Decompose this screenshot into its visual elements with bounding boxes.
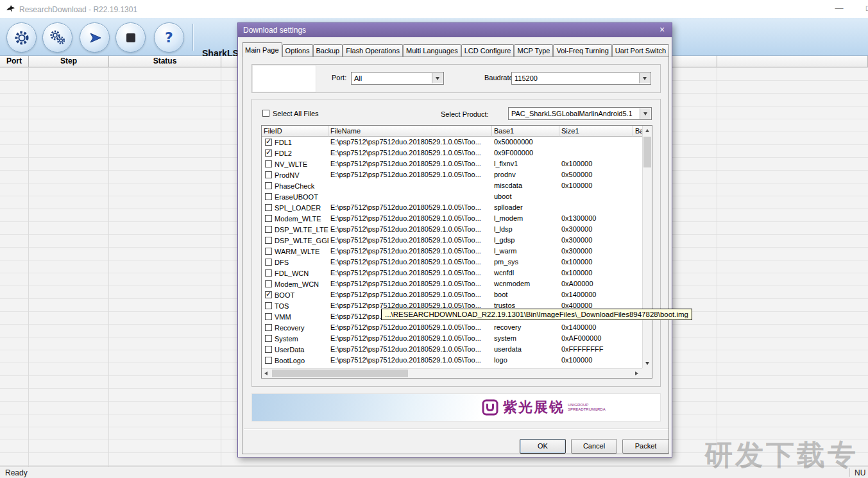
column-header-port[interactable]: Port xyxy=(0,56,29,67)
chevron-down-icon[interactable] xyxy=(640,108,651,119)
tab-flash-operations[interactable]: Flash Operations xyxy=(343,44,403,56)
horizontal-scrollbar[interactable] xyxy=(262,368,642,378)
file-column-header-filename[interactable]: FileName xyxy=(328,126,492,137)
file-row-modem_wlte[interactable]: Modem_WLTEE:\psp7512\psp7512duo.20180529… xyxy=(262,213,642,224)
file-column-header-base1[interactable]: Base1 xyxy=(492,126,559,137)
file-row-modem_wcn[interactable]: Modem_WCNE:\psp7512\psp7512duo.20180529.… xyxy=(262,278,642,289)
file-checkbox[interactable] xyxy=(265,357,272,364)
size1-cell xyxy=(559,137,633,148)
horizontal-scroll-thumb[interactable] xyxy=(272,370,408,377)
column-header-empty2[interactable] xyxy=(717,56,868,67)
scroll-down-icon[interactable] xyxy=(643,358,652,368)
file-checkbox[interactable] xyxy=(265,193,272,200)
tab-uart-port-switch[interactable]: Uart Port Switch xyxy=(612,44,669,56)
tab-options[interactable]: Options xyxy=(282,44,313,56)
tab-mcp-type[interactable]: MCP Type xyxy=(514,44,553,56)
select-all-checkbox[interactable] xyxy=(262,110,269,117)
chevron-down-icon[interactable] xyxy=(639,73,650,83)
file-row-fdl2[interactable]: FDL2E:\psp7512\psp7512duo.20180529.1.0.0… xyxy=(262,148,642,158)
file-name-cell: E:\psp7512\psp7512duo.20180529.1.0.05\To… xyxy=(328,322,492,333)
chevron-down-icon[interactable] xyxy=(432,73,443,83)
file-row-spl_loader[interactable]: SPL_LOADERE:\psp7512\psp7512duo.20180529… xyxy=(262,202,642,213)
file-checkbox[interactable] xyxy=(265,335,272,342)
file-id-cell: DSP_WLTE_LTE xyxy=(262,224,328,235)
file-name-cell: E:\psp7512\psp7512duo.20180529.1.0.05\To… xyxy=(328,169,492,180)
file-checkbox[interactable] xyxy=(265,291,272,298)
file-checkbox[interactable] xyxy=(265,237,272,244)
file-id-label: BootLogo xyxy=(275,357,305,364)
file-checkbox[interactable] xyxy=(265,346,272,353)
file-row-dsp_wlte_gge[interactable]: DSP_WLTE_GGEE:\psp7512\psp7512duo.201805… xyxy=(262,235,642,246)
file-name-cell: E:\psp7512\psp7512duo.20180529.1.0.05\To… xyxy=(328,333,492,344)
file-row-bootlogo[interactable]: BootLogoE:\psp7512\psp7512duo.20180529.1… xyxy=(262,355,642,366)
help-button[interactable]: ? xyxy=(154,22,184,53)
cancel-button[interactable]: Cancel xyxy=(571,439,617,454)
file-checkbox[interactable] xyxy=(265,259,272,266)
file-checkbox[interactable] xyxy=(265,302,272,309)
file-checkbox[interactable] xyxy=(265,280,272,287)
file-row-recovery[interactable]: RecoveryE:\psp7512\psp7512duo.20180529.1… xyxy=(262,322,642,333)
ok-button[interactable]: OK xyxy=(520,439,566,454)
minimize-button[interactable]: — xyxy=(825,0,853,18)
file-row-dsp_wlte_lte[interactable]: DSP_WLTE_LTEE:\psp7512\psp7512duo.201805… xyxy=(262,224,642,235)
file-checkbox[interactable] xyxy=(265,171,272,178)
column-header-status[interactable]: Status xyxy=(109,56,221,67)
scroll-left-icon[interactable] xyxy=(262,369,272,378)
file-checkbox[interactable] xyxy=(265,215,272,222)
packet-button[interactable]: Packet xyxy=(622,439,669,454)
vertical-scroll-thumb[interactable] xyxy=(643,137,651,167)
file-row-nv_wlte[interactable]: NV_WLTEE:\psp7512\psp7512duo.20180529.1.… xyxy=(262,158,642,169)
file-checkbox[interactable] xyxy=(265,139,272,146)
settings-button[interactable] xyxy=(6,22,37,53)
main-titlebar: ResearchDownload - R22.19.1301 — □ xyxy=(0,0,868,18)
base1-cell: boot xyxy=(492,289,559,300)
file-id-cell: FDL2 xyxy=(262,148,328,158)
file-column-header-size1[interactable]: Size1 xyxy=(559,126,633,137)
file-checkbox[interactable] xyxy=(265,324,272,331)
file-checkbox[interactable] xyxy=(265,248,272,255)
file-row-phasecheck[interactable]: PhaseCheckmiscdata0x100000 xyxy=(262,180,642,191)
file-checkbox[interactable] xyxy=(265,269,272,277)
file-row-fdl_wcn[interactable]: FDL_WCNE:\psp7512\psp7512duo.20180529.1.… xyxy=(262,268,642,278)
scroll-right-icon[interactable] xyxy=(632,369,642,378)
maximize-button[interactable]: □ xyxy=(855,0,868,18)
tab-vol-freq-turning[interactable]: Vol-Freq Turning xyxy=(553,44,611,56)
file-row-userdata[interactable]: UserDataE:\psp7512\psp7512duo.20180529.1… xyxy=(262,344,642,355)
file-id-label: NV_WLTE xyxy=(275,160,307,168)
file-row-eraseuboot[interactable]: EraseUBOOTuboot xyxy=(262,191,642,202)
file-checkbox[interactable] xyxy=(265,313,272,320)
file-checkbox[interactable] xyxy=(265,226,272,233)
file-checkbox[interactable] xyxy=(265,160,272,167)
baudrate-select[interactable]: 115200 xyxy=(511,72,651,85)
play-icon xyxy=(88,31,102,45)
stop-download-button[interactable] xyxy=(115,22,146,53)
file-checkbox[interactable] xyxy=(265,182,272,189)
tab-backup[interactable]: Backup xyxy=(313,44,343,56)
file-row-boot[interactable]: BOOTE:\psp7512\psp7512duo.20180529.1.0.0… xyxy=(262,289,642,300)
file-name-cell xyxy=(328,191,492,202)
vertical-scrollbar[interactable] xyxy=(642,126,652,368)
tab-lcd-configure[interactable]: LCD Configure xyxy=(461,44,515,56)
column-header-step[interactable]: Step xyxy=(29,56,109,67)
multi-settings-button[interactable] xyxy=(42,22,72,53)
close-icon[interactable]: × xyxy=(655,23,669,37)
app-icon[interactable] xyxy=(5,4,15,14)
tab-main-page[interactable]: Main Page xyxy=(242,42,282,57)
grid-column-line xyxy=(717,67,717,466)
start-download-button[interactable] xyxy=(80,22,110,53)
file-row-system[interactable]: SystemE:\psp7512\psp7512duo.20180529.1.0… xyxy=(262,333,642,344)
file-row-warm_wlte[interactable]: WARM_WLTEE:\psp7512\psp7512duo.20180529.… xyxy=(262,246,642,257)
file-checkbox[interactable] xyxy=(265,149,272,157)
dialog-titlebar[interactable]: Download settings × xyxy=(238,23,672,37)
port-select[interactable]: All xyxy=(351,72,444,85)
file-row-prodnv[interactable]: ProdNVE:\psp7512\psp7512duo.20180529.1.0… xyxy=(262,169,642,180)
file-row-fdl1[interactable]: FDL1E:\psp7512\psp7512duo.20180529.1.0.0… xyxy=(262,137,642,148)
scroll-up-icon[interactable] xyxy=(643,126,652,136)
tab-multi-languages[interactable]: Multi Languages xyxy=(403,44,461,56)
select-product-label: Select Product: xyxy=(441,110,489,118)
product-select[interactable]: PAC_SharkLSGLobalMarlinAndroid5.1 xyxy=(508,107,652,120)
file-column-header-fileid[interactable]: FileID xyxy=(262,126,328,137)
file-checkbox[interactable] xyxy=(265,204,272,211)
base1-cell: l_gdsp xyxy=(492,235,559,246)
file-row-dfs[interactable]: DFSE:\psp7512\psp7512duo.20180529.1.0.05… xyxy=(262,257,642,268)
